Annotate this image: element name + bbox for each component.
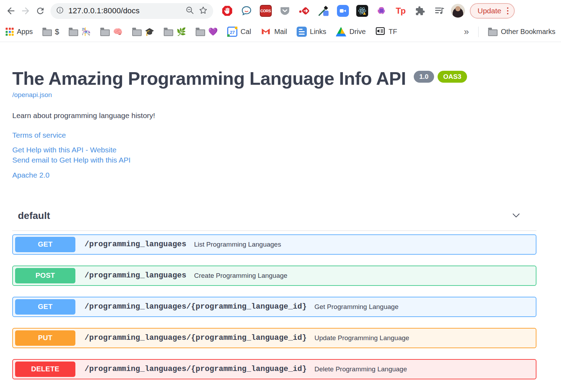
url-text[interactable]: 127.0.0.1:8000/docs <box>68 6 181 15</box>
bookmark-folder[interactable]: $ <box>42 28 59 36</box>
api-description: Learn about programming language history… <box>12 111 536 120</box>
bookmark-folder-label: 🧠 <box>113 28 122 36</box>
bookmarks-bar: Apps $ 🎠 🧠 🎓 🌿 💜 27 Cal Mail Links <box>0 22 561 42</box>
tf-card-icon <box>375 26 385 38</box>
bookmark-links[interactable]: Links <box>297 27 326 37</box>
endpoint-path: /programming_languages/{programming_lang… <box>85 302 307 311</box>
section-title: default <box>18 210 50 221</box>
method-badge: PUT <box>15 330 75 346</box>
folder-icon <box>488 29 498 36</box>
bookmark-drive[interactable]: Drive <box>336 27 366 36</box>
browser-toolbar: 127.0.0.1:8000/docs CORS <box>0 0 561 22</box>
folder-icon <box>132 29 142 36</box>
method-badge: GET <box>15 237 75 252</box>
license-link[interactable]: Apache 2.0 <box>12 171 536 179</box>
profile-avatar[interactable] <box>451 4 465 18</box>
update-button-label: Update <box>478 7 501 15</box>
tp-extension-label: Tp <box>396 6 405 16</box>
endpoint-summary: Create Programming Language <box>194 272 287 280</box>
extensions-puzzle-icon[interactable] <box>414 5 426 17</box>
method-badge: DELETE <box>15 362 75 377</box>
bookmark-folders: $ 🎠 🧠 🎓 🌿 💜 <box>42 28 218 36</box>
forward-button[interactable] <box>18 4 33 18</box>
bookmark-folder-label: 🎓 <box>145 28 154 36</box>
bookmark-gmail[interactable]: Mail <box>261 27 287 37</box>
bookmark-tf-label: TF <box>388 28 397 36</box>
contact-website-link[interactable]: Get Help with this API - Website <box>12 145 536 155</box>
bookmark-apps[interactable]: Apps <box>6 28 33 36</box>
bookmarks-overflow-chevron[interactable]: » <box>464 26 469 37</box>
endpoint-row[interactable]: PUT /programming_languages/{programming_… <box>12 328 536 348</box>
red-arrow-extension-icon[interactable] <box>298 5 310 17</box>
bookmark-gmail-label: Mail <box>274 28 287 36</box>
endpoint-path: /programming_languages <box>85 271 186 280</box>
folder-icon <box>164 29 173 36</box>
bookmark-folder-label: 💜 <box>208 28 218 36</box>
bookmark-calendar-label: Cal <box>241 28 251 36</box>
site-info-icon[interactable] <box>56 6 64 16</box>
api-title: The Amazing Programming Language Info AP… <box>12 69 406 89</box>
media-queue-icon[interactable] <box>433 5 445 17</box>
links-icon <box>297 27 307 37</box>
endpoint-path: /programming_languages/{programming_lang… <box>85 365 307 373</box>
endpoint-row[interactable]: POST /programming_languages Create Progr… <box>12 266 536 286</box>
cors-extension-icon[interactable]: CORS <box>259 5 272 17</box>
bookmark-folder[interactable]: 🌿 <box>164 28 186 36</box>
url-bar[interactable]: 127.0.0.1:8000/docs <box>50 3 213 19</box>
endpoint-summary: Update Programming Language <box>315 334 409 342</box>
bookmarks-divider <box>478 27 479 37</box>
contact-email-link[interactable]: Send email to Get Help with this API <box>12 155 536 165</box>
bookmark-folder[interactable]: 🎓 <box>132 28 154 36</box>
section-header-default[interactable]: default <box>12 209 536 231</box>
endpoint-path: /programming_languages <box>85 240 186 249</box>
apps-grid-icon <box>6 28 14 36</box>
method-badge: POST <box>15 268 75 283</box>
bookmark-folder-label: 🎠 <box>81 28 91 36</box>
endpoint-path: /programming_languages/{programming_lang… <box>85 333 307 342</box>
react-devtools-extension-icon[interactable] <box>356 5 368 17</box>
reload-button[interactable] <box>33 4 48 18</box>
bookmark-folder[interactable]: 🧠 <box>100 28 122 36</box>
bookmark-apps-label: Apps <box>17 28 33 36</box>
adblock-extension-icon[interactable] <box>221 5 233 17</box>
endpoint-row[interactable]: GET /programming_languages List Programm… <box>12 234 536 255</box>
openapi-json-link[interactable]: /openapi.json <box>12 91 52 99</box>
bookmark-star-icon[interactable] <box>198 6 208 16</box>
zoom-out-icon[interactable] <box>185 6 194 16</box>
bookmark-folder[interactable]: 🎠 <box>69 28 91 36</box>
chevron-down-icon[interactable] <box>511 209 522 222</box>
bookmark-folder-label: 🌿 <box>176 28 186 36</box>
folder-icon <box>42 29 52 36</box>
cors-extension-label: CORS <box>260 5 272 17</box>
recycle-extension-icon[interactable]: ♻ <box>375 5 387 17</box>
calendar-icon: 27 <box>227 27 237 37</box>
endpoint-summary: Get Programming Language <box>315 303 399 311</box>
update-button[interactable]: Update <box>470 3 515 19</box>
chat-bubble-extension-icon[interactable] <box>240 5 252 17</box>
gmail-icon <box>261 27 271 37</box>
other-bookmarks-label: Other Bookmarks <box>501 28 555 36</box>
bookmark-links-label: Links <box>310 28 326 36</box>
endpoint-row[interactable]: GET /programming_languages/{programming_… <box>12 297 536 317</box>
other-bookmarks[interactable]: Other Bookmarks <box>488 28 555 36</box>
version-badge: 1.0 <box>414 71 434 83</box>
oas3-badge: OAS3 <box>438 71 467 83</box>
bookmark-folder-label: $ <box>55 28 59 36</box>
bookmark-calendar[interactable]: 27 Cal <box>227 27 251 37</box>
back-button[interactable] <box>4 4 18 18</box>
pocket-extension-icon[interactable] <box>279 5 291 17</box>
endpoint-summary: List Programming Languages <box>194 241 281 248</box>
zoom-extension-icon[interactable] <box>337 5 349 17</box>
bookmark-tf[interactable]: TF <box>375 26 397 38</box>
drive-icon <box>336 27 346 36</box>
bookmark-drive-label: Drive <box>350 28 366 36</box>
tp-extension-icon[interactable]: Tp <box>394 5 407 17</box>
folder-icon <box>69 29 78 36</box>
endpoint-row[interactable]: DELETE /programming_languages/{programmi… <box>12 359 536 379</box>
bookmark-folder[interactable]: 💜 <box>196 28 218 36</box>
endpoint-list: GET /programming_languages List Programm… <box>12 234 536 379</box>
eyedropper-extension-icon[interactable] <box>317 5 330 17</box>
menu-kebab-icon[interactable] <box>507 7 509 15</box>
extensions-row: CORS ♻ Tp <box>221 5 445 17</box>
terms-of-service-link[interactable]: Terms of service <box>12 131 536 139</box>
